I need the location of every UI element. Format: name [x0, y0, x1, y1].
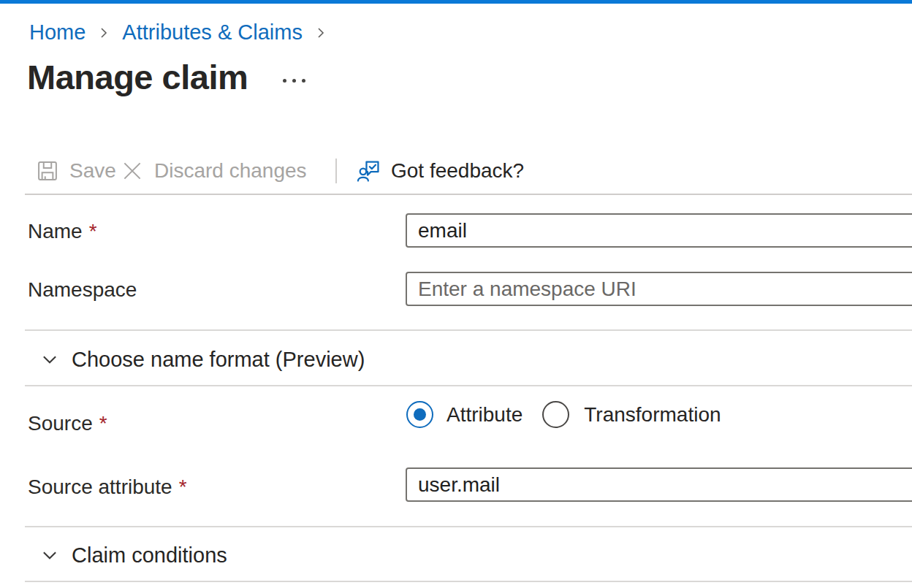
- chevron-right-icon: [314, 26, 328, 40]
- namespace-label: Namespace: [28, 278, 137, 302]
- required-marker: *: [99, 412, 107, 435]
- toolbar-divider: [25, 194, 912, 195]
- top-accent-bar: [0, 0, 912, 4]
- manage-claim-page: Home Attributes & Claims Manage claim: [0, 0, 912, 588]
- source-attribute-label: Source attribute*: [28, 476, 187, 499]
- toolbar-separator: [335, 159, 337, 183]
- got-feedback-label: Got feedback?: [391, 159, 524, 183]
- source-label: Source*: [28, 412, 107, 435]
- save-icon: [35, 159, 60, 183]
- radio-transformation-label[interactable]: Transformation: [584, 403, 721, 427]
- section-divider: [25, 581, 912, 582]
- section-divider: [25, 329, 912, 331]
- required-marker: *: [89, 220, 97, 243]
- chevron-down-icon: [40, 546, 59, 565]
- name-label: Name*: [28, 220, 97, 243]
- radio-attribute[interactable]: [406, 401, 433, 428]
- breadcrumb-attributes-claims[interactable]: Attributes & Claims: [122, 20, 303, 45]
- source-radio-group: Attribute Transformation: [406, 401, 721, 428]
- breadcrumb-home[interactable]: Home: [29, 20, 86, 45]
- discard-changes-label: Discard changes: [154, 159, 307, 183]
- save-button-label: Save: [69, 159, 116, 183]
- feedback-icon: [357, 159, 381, 183]
- namespace-input[interactable]: [406, 272, 912, 306]
- got-feedback-button[interactable]: Got feedback?: [357, 155, 524, 187]
- command-bar: Save Discard changes: [0, 155, 912, 187]
- radio-attribute-label[interactable]: Attribute: [446, 403, 522, 427]
- section-divider: [25, 526, 912, 527]
- source-attribute-input[interactable]: [406, 467, 912, 502]
- more-menu-icon[interactable]: [283, 79, 305, 83]
- discard-changes-button[interactable]: Discard changes: [120, 155, 307, 187]
- section-claim-conditions[interactable]: Claim conditions: [40, 540, 227, 570]
- radio-transformation[interactable]: [542, 401, 569, 428]
- required-marker: *: [179, 476, 187, 498]
- claim-conditions-label: Claim conditions: [72, 543, 227, 568]
- choose-name-format-label: Choose name format (Preview): [72, 348, 365, 372]
- breadcrumb: Home Attributes & Claims: [29, 20, 328, 45]
- chevron-right-icon: [96, 26, 111, 40]
- chevron-down-icon: [40, 350, 59, 369]
- page-title: Manage claim: [27, 58, 248, 96]
- section-divider: [25, 385, 912, 386]
- section-choose-name-format[interactable]: Choose name format (Preview): [40, 344, 365, 375]
- close-icon: [120, 159, 145, 183]
- save-button[interactable]: Save: [35, 155, 116, 187]
- name-input[interactable]: [406, 213, 912, 248]
- title-row: Manage claim: [27, 58, 305, 96]
